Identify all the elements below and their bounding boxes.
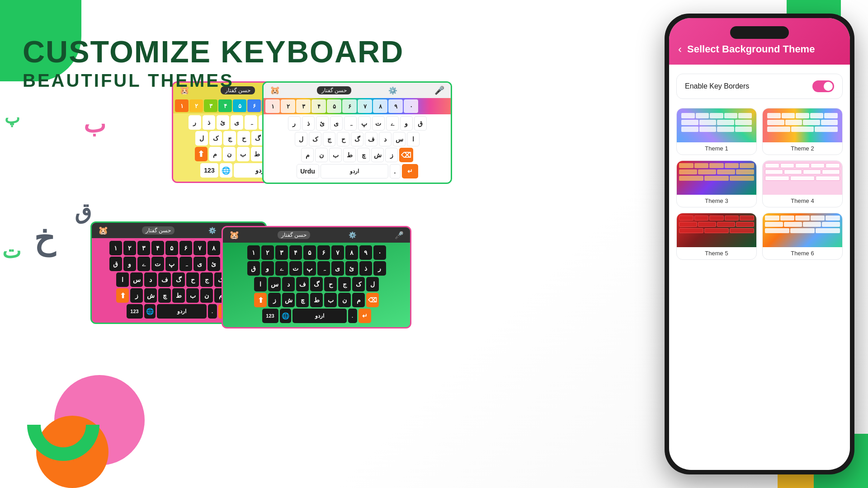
phone-content: Enable Key Borders [669,65,850,269]
themes-grid: Theme 1 [676,108,843,260]
theme5-label: Theme 5 [677,247,756,259]
theme-card-2[interactable]: Theme 2 [762,108,843,155]
theme-card-3[interactable]: Theme 3 [676,160,757,207]
keyboard-dark-green: 🐹 حسن گفتار ⚙️ 🎤 ۱۲۳۴۵۶۷۸۹۰ قوےتپہیئذر ا… [222,226,411,328]
phone-header-title: Sellect Background Theme [687,43,815,55]
enable-borders-label: Enable Key Borders [685,82,749,90]
sub-title: BEAUTIFUL THEMES [23,70,404,91]
theme5-preview [677,213,756,247]
urdu-char-qaf: ق [75,199,91,224]
theme4-label: Theme 4 [763,195,842,207]
theme-card-1[interactable]: Theme 1 [676,108,757,155]
theme4-preview [763,161,842,195]
theme-card-6[interactable]: Theme 6 [762,213,843,260]
theme3-preview [677,161,756,195]
theme1-label: Theme 1 [677,142,756,155]
theme-card-5[interactable]: Theme 5 [676,213,757,260]
enable-borders-row: Enable Key Borders [676,74,843,99]
phone-mockup: ‹ Sellect Background Theme Enable Key Bo… [665,14,854,474]
phone-notch [730,26,789,39]
theme1-preview [677,108,756,142]
phone-header: ‹ Sellect Background Theme [669,18,850,65]
theme2-preview [763,108,842,142]
theme3-label: Theme 3 [677,195,756,207]
keyboards-area: 🐹 حسن گفتار ⚙️ 🎤 ۱ ۲ ۳ ۴ ۵ ۶ ۷ ۸ ۹ ۰ رذئ… [90,81,443,389]
urdu-char-te: ت [2,239,21,263]
theme6-preview [763,213,842,247]
urdu-char-pe: پ [5,108,20,127]
theme2-label: Theme 2 [763,142,842,155]
urdu-char-khe: خ [34,219,55,257]
back-button[interactable]: ‹ [678,43,682,56]
keyboard-rainbow: 🐹 حسن گفتار ⚙️ 🎤 ۱ ۲ ۳ ۴ ۵ ۶ ۷ ۸ ۹ ۰ رذئ… [262,81,452,184]
theme6-label: Theme 6 [763,247,842,259]
theme-card-4[interactable]: Theme 4 [762,160,843,207]
main-title: CUSTOMIZE KEYBOARD [23,36,404,67]
title-section: CUSTOMIZE KEYBOARD BEAUTIFUL THEMES [23,36,404,91]
phone-screen: ‹ Sellect Background Theme Enable Key Bo… [669,18,850,470]
enable-borders-toggle[interactable] [812,80,834,92]
